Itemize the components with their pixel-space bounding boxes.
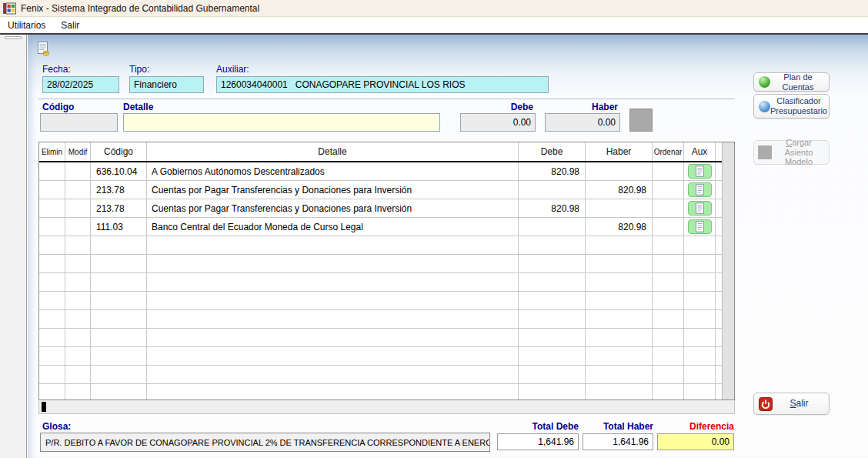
glosa-input[interactable]: P/R. DEBITO A FAVOR DE CONAGOPARE PROVIN…: [40, 433, 490, 452]
cell-debe[interactable]: 820.98: [519, 199, 586, 218]
aux-button[interactable]: [688, 219, 712, 234]
cell-detalle[interactable]: A Gobiernos Autónomos Descentralizados: [147, 162, 519, 181]
table-row[interactable]: [39, 255, 723, 273]
cell-ordenar[interactable]: [653, 255, 684, 273]
cell-detalle[interactable]: [147, 292, 519, 310]
cell-modif[interactable]: [65, 273, 91, 292]
cell-ordenar[interactable]: [653, 310, 684, 329]
cell-modif[interactable]: [65, 384, 91, 400]
cell-debe[interactable]: [519, 273, 586, 292]
cell-ordenar[interactable]: [653, 273, 684, 292]
cell-debe[interactable]: [519, 329, 586, 347]
tipo-input[interactable]: Financiero: [129, 76, 204, 93]
aux-button[interactable]: [688, 182, 712, 197]
table-row[interactable]: [39, 273, 723, 292]
cell-haber[interactable]: [586, 366, 653, 384]
cell-detalle[interactable]: [147, 366, 519, 384]
cell-detalle[interactable]: Cuentas por Pagar Transferencias y Donac…: [147, 181, 519, 199]
cell-haber[interactable]: 820.98: [586, 181, 653, 199]
table-row[interactable]: [39, 236, 723, 255]
gray-square-button[interactable]: [629, 109, 653, 132]
cell-modif[interactable]: [65, 310, 91, 329]
journal-coins-icon[interactable]: [35, 41, 51, 56]
cell-haber[interactable]: [586, 236, 653, 255]
cell-modif[interactable]: [65, 366, 91, 384]
salir-button[interactable]: Salir: [753, 393, 830, 415]
cell-haber[interactable]: [586, 273, 653, 292]
cell-elimin[interactable]: [39, 218, 65, 236]
cell-modif[interactable]: [65, 329, 91, 347]
clasificador-presupuestario-button[interactable]: Clasificador Presupuestario: [753, 94, 830, 119]
cell-elimin[interactable]: [39, 310, 65, 329]
cell-detalle[interactable]: [147, 384, 519, 400]
table-row[interactable]: [39, 347, 723, 366]
table-row[interactable]: 636.10.04 A Gobiernos Autónomos Descentr…: [39, 162, 723, 181]
aux-button[interactable]: [688, 164, 712, 179]
table-row[interactable]: [39, 366, 723, 384]
cell-detalle[interactable]: [147, 236, 519, 255]
cell-ordenar[interactable]: [653, 199, 684, 218]
cell-modif[interactable]: [65, 347, 91, 366]
cell-haber[interactable]: [586, 384, 653, 400]
debe-entry-input[interactable]: 0.00: [460, 113, 536, 132]
cell-modif[interactable]: [65, 255, 91, 273]
cell-elimin[interactable]: [39, 181, 65, 199]
cell-codigo[interactable]: [91, 310, 147, 329]
cell-codigo[interactable]: [91, 384, 147, 400]
cell-haber[interactable]: [586, 162, 653, 181]
table-row[interactable]: 213.78 Cuentas por Pagar Transferencias …: [39, 181, 723, 199]
cell-codigo[interactable]: 111.03: [91, 218, 147, 236]
aux-button[interactable]: [688, 201, 712, 216]
detalle-entry-input[interactable]: [123, 113, 440, 132]
cell-haber[interactable]: [586, 347, 653, 366]
cell-modif[interactable]: [65, 162, 91, 181]
cell-codigo[interactable]: [91, 273, 147, 292]
cell-elimin[interactable]: [39, 384, 65, 400]
cell-ordenar[interactable]: [653, 329, 684, 347]
cell-ordenar[interactable]: [653, 384, 684, 400]
menu-utilitarios[interactable]: Utilitarios: [0, 18, 53, 32]
cell-haber[interactable]: [586, 329, 653, 347]
cell-debe[interactable]: [519, 218, 586, 236]
cell-codigo[interactable]: [91, 329, 147, 347]
table-vertical-scrollbar[interactable]: [722, 142, 734, 399]
cell-modif[interactable]: [65, 236, 91, 255]
cell-codigo[interactable]: [91, 236, 147, 255]
cell-debe[interactable]: [519, 236, 586, 255]
cell-detalle[interactable]: [147, 329, 519, 347]
cell-debe[interactable]: [519, 366, 586, 384]
cell-ordenar[interactable]: [653, 366, 684, 384]
cell-elimin[interactable]: [39, 366, 65, 384]
cell-haber[interactable]: [586, 310, 653, 329]
cell-modif[interactable]: [65, 199, 91, 218]
cell-codigo[interactable]: 213.78: [91, 181, 147, 199]
cell-debe[interactable]: 820.98: [519, 162, 586, 181]
plan-de-cuentas-button[interactable]: Plan de Cuentas: [753, 72, 830, 92]
cell-haber[interactable]: [586, 199, 653, 218]
cell-detalle[interactable]: Cuentas por Pagar Transferencias y Donac…: [147, 199, 519, 218]
cell-elimin[interactable]: [39, 162, 65, 181]
cell-elimin[interactable]: [39, 199, 65, 218]
cell-haber[interactable]: 820.98: [586, 218, 653, 236]
cell-modif[interactable]: [65, 292, 91, 310]
cell-detalle[interactable]: Banco Central del Ecuador Moneda de Curs…: [147, 218, 519, 236]
table-row[interactable]: 213.78 Cuentas por Pagar Transferencias …: [39, 199, 723, 218]
auxiliar-input[interactable]: 1260034040001 CONAGOPARE PROVINCIAL LOS …: [216, 76, 549, 93]
cell-codigo[interactable]: [91, 366, 147, 384]
cell-ordenar[interactable]: [653, 181, 684, 199]
cell-codigo[interactable]: 213.78: [91, 199, 147, 218]
table-row[interactable]: [39, 329, 723, 347]
cell-debe[interactable]: [519, 384, 586, 400]
cargar-asiento-modelo-button[interactable]: Cargar Asiento Modelo: [753, 140, 830, 165]
cell-ordenar[interactable]: [653, 347, 684, 366]
cell-debe[interactable]: [519, 292, 586, 310]
cell-detalle[interactable]: [147, 255, 519, 273]
cell-elimin[interactable]: [39, 329, 65, 347]
table-row[interactable]: [39, 292, 723, 310]
cell-ordenar[interactable]: [653, 236, 684, 255]
table-horizontal-scrollbar[interactable]: [38, 400, 735, 414]
cell-elimin[interactable]: [39, 273, 65, 292]
cell-modif[interactable]: [65, 218, 91, 236]
table-row[interactable]: 111.03 Banco Central del Ecuador Moneda …: [39, 218, 723, 236]
cell-modif[interactable]: [65, 181, 91, 199]
